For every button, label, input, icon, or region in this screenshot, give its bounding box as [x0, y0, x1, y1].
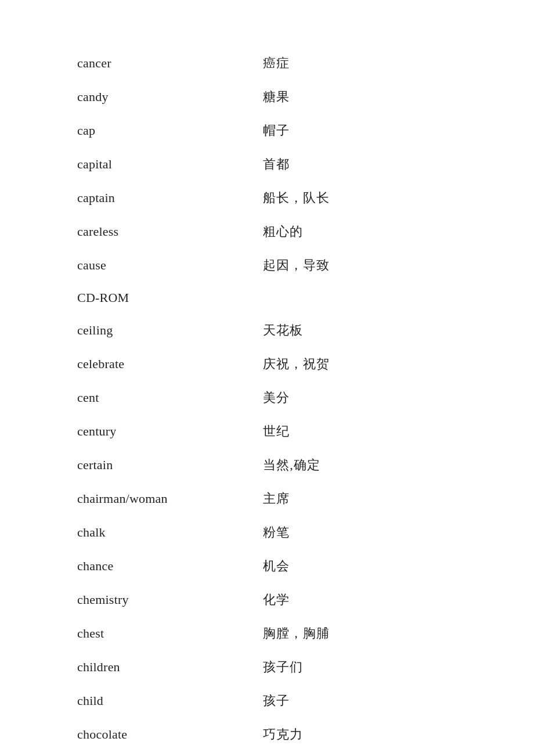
english-word: chance — [77, 559, 263, 574]
chinese-translation: 胸膛，胸脯 — [263, 625, 330, 642]
chinese-translation: 帽子 — [263, 122, 290, 139]
english-word: cause — [77, 258, 263, 273]
word-row: careless粗心的 — [77, 215, 534, 249]
english-word: child — [77, 693, 263, 708]
word-row: cent美分 — [77, 381, 534, 415]
english-word: chairman/woman — [77, 491, 263, 506]
word-row: celebrate庆祝，祝贺 — [77, 347, 534, 381]
word-row: choice选择； — [77, 751, 534, 756]
english-word: chest — [77, 626, 263, 641]
chinese-translation: 癌症 — [263, 55, 290, 72]
chinese-translation: 糖果 — [263, 88, 290, 106]
word-row: CD-ROM — [77, 282, 534, 314]
english-word: certain — [77, 458, 263, 473]
chinese-translation: 巧克力 — [263, 726, 303, 743]
word-row: ceiling天花板 — [77, 314, 534, 347]
chinese-translation: 天花板 — [263, 322, 303, 339]
chinese-translation: 世纪 — [263, 423, 290, 440]
word-row: capital首都 — [77, 147, 534, 181]
english-word: cent — [77, 390, 263, 405]
word-row: certain当然,确定 — [77, 448, 534, 482]
chinese-translation: 起因，导致 — [263, 257, 330, 274]
word-row: chest胸膛，胸脯 — [77, 617, 534, 650]
chinese-translation: 粉笔 — [263, 524, 290, 541]
english-word: capital — [77, 157, 263, 172]
word-list: cancer癌症candy糖果cap帽子capital首都captain船长，队… — [0, 46, 534, 756]
word-row: chocolate巧克力 — [77, 718, 534, 751]
chinese-translation: 当然,确定 — [263, 456, 320, 474]
chinese-translation: 孩子 — [263, 692, 290, 710]
word-row: cap帽子 — [77, 114, 534, 147]
chinese-translation: 孩子们 — [263, 658, 303, 676]
chinese-translation: 化学 — [263, 591, 290, 609]
word-row: captain船长，队长 — [77, 181, 534, 215]
chinese-translation: 美分 — [263, 389, 290, 406]
english-word: chemistry — [77, 592, 263, 607]
word-row: cause起因，导致 — [77, 249, 534, 282]
chinese-translation: 机会 — [263, 557, 290, 575]
word-row: chance机会 — [77, 549, 534, 583]
word-row: child孩子 — [77, 684, 534, 718]
english-word: candy — [77, 89, 263, 105]
english-word: captain — [77, 190, 263, 206]
english-word: century — [77, 424, 263, 439]
word-row: cancer癌症 — [77, 46, 534, 80]
english-word: cap — [77, 123, 263, 138]
english-word: cancer — [77, 56, 263, 71]
word-row: children孩子们 — [77, 650, 534, 684]
english-word: CD-ROM — [77, 290, 263, 305]
word-row: century世纪 — [77, 415, 534, 448]
chinese-translation: 首都 — [263, 156, 290, 173]
english-word: careless — [77, 224, 263, 239]
chinese-translation: 主席 — [263, 490, 290, 507]
english-word: celebrate — [77, 357, 263, 372]
word-row: chalk粉笔 — [77, 516, 534, 549]
word-row: candy糖果 — [77, 80, 534, 114]
english-word: chalk — [77, 525, 263, 540]
chinese-translation: 庆祝，祝贺 — [263, 355, 330, 373]
chinese-translation: 粗心的 — [263, 223, 303, 240]
english-word: children — [77, 660, 263, 675]
word-row: chairman/woman主席 — [77, 482, 534, 516]
word-row: chemistry化学 — [77, 583, 534, 617]
english-word: ceiling — [77, 323, 263, 338]
chinese-translation: 船长，队长 — [263, 189, 330, 207]
english-word: chocolate — [77, 727, 263, 742]
